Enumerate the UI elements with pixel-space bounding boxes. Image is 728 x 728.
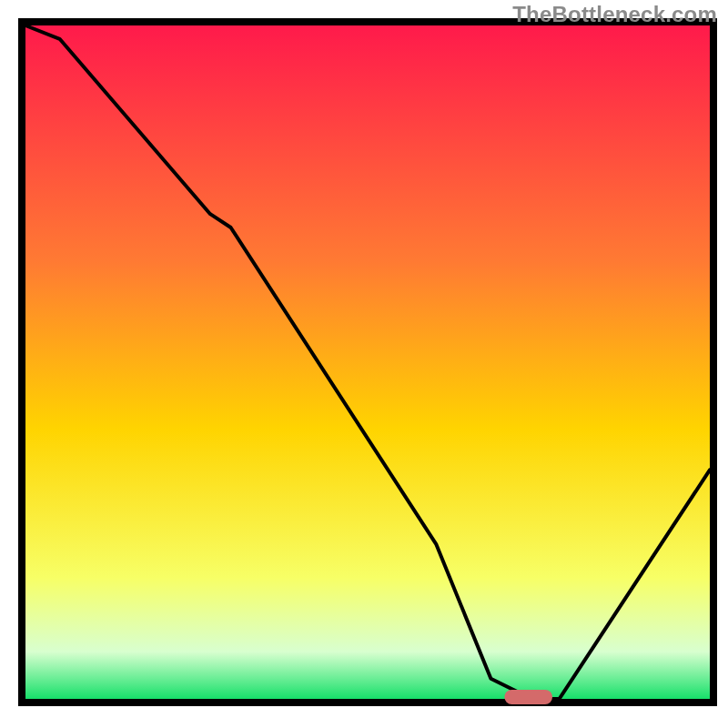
chart-background-gradient [25,25,710,699]
optimum-marker [504,690,552,704]
watermark-text: TheBottleneck.com [512,2,717,27]
chart-container: TheBottleneck.com [0,0,728,728]
bottleneck-chart [0,0,728,728]
